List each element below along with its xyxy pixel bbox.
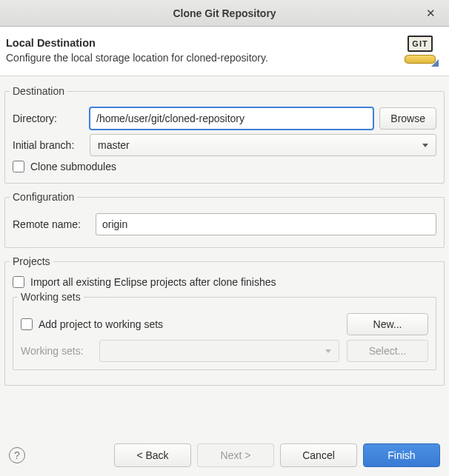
import-projects-input[interactable] bbox=[13, 276, 24, 288]
configuration-group: Configuration Remote name: bbox=[4, 191, 445, 248]
directory-input[interactable] bbox=[90, 107, 373, 130]
help-button[interactable]: ? bbox=[9, 447, 25, 463]
working-sets-legend: Working sets bbox=[18, 291, 84, 303]
back-button[interactable]: < Back bbox=[114, 443, 191, 467]
page-title: Local Destination bbox=[6, 37, 268, 49]
close-icon: ✕ bbox=[426, 7, 436, 20]
select-working-set-button: Select... bbox=[347, 340, 428, 362]
next-button: Next > bbox=[197, 443, 274, 467]
add-to-working-sets-checkbox[interactable]: Add project to working sets bbox=[21, 318, 339, 330]
browse-button[interactable]: Browse bbox=[379, 107, 436, 130]
chevron-down-icon bbox=[325, 349, 331, 353]
chevron-down-icon bbox=[422, 144, 428, 147]
working-sets-dropdown bbox=[99, 340, 339, 362]
wizard-footer: ? < Back Next > Cancel Finish bbox=[0, 435, 449, 476]
page-subtitle: Configure the local storage location for… bbox=[6, 52, 268, 64]
add-to-working-sets-label: Add project to working sets bbox=[39, 318, 163, 330]
working-sets-group: Working sets Add project to working sets… bbox=[13, 291, 436, 370]
titlebar: Clone Git Repository ✕ bbox=[0, 0, 449, 27]
git-icon: GIT bbox=[403, 34, 439, 67]
wizard-header: Local Destination Configure the local st… bbox=[0, 27, 449, 76]
directory-label: Directory: bbox=[13, 113, 84, 124]
initial-branch-label: Initial branch: bbox=[13, 139, 84, 151]
initial-branch-value: master bbox=[98, 139, 130, 151]
projects-group: Projects Import all existing Eclipse pro… bbox=[4, 255, 445, 386]
configuration-legend: Configuration bbox=[10, 191, 77, 203]
import-projects-checkbox[interactable]: Import all existing Eclipse projects aft… bbox=[13, 276, 436, 288]
finish-button[interactable]: Finish bbox=[363, 443, 440, 467]
help-icon: ? bbox=[14, 449, 20, 461]
clone-submodules-checkbox[interactable]: Clone submodules bbox=[13, 161, 436, 172]
new-working-set-button[interactable]: New... bbox=[347, 313, 428, 335]
projects-legend: Projects bbox=[10, 255, 53, 267]
initial-branch-dropdown[interactable]: master bbox=[90, 134, 436, 156]
close-button[interactable]: ✕ bbox=[419, 0, 442, 27]
destination-legend: Destination bbox=[10, 85, 67, 97]
clone-submodules-label: Clone submodules bbox=[30, 161, 116, 172]
destination-group: Destination Directory: Browse Initial br… bbox=[4, 85, 445, 184]
working-sets-label: Working sets: bbox=[21, 345, 92, 357]
cancel-button[interactable]: Cancel bbox=[280, 443, 357, 467]
window-title: Clone Git Repository bbox=[173, 7, 276, 19]
add-to-working-sets-input[interactable] bbox=[21, 318, 33, 330]
import-projects-label: Import all existing Eclipse projects aft… bbox=[30, 276, 276, 288]
remote-name-input[interactable] bbox=[96, 213, 436, 235]
remote-name-label: Remote name: bbox=[13, 218, 90, 230]
clone-submodules-input[interactable] bbox=[13, 161, 24, 172]
